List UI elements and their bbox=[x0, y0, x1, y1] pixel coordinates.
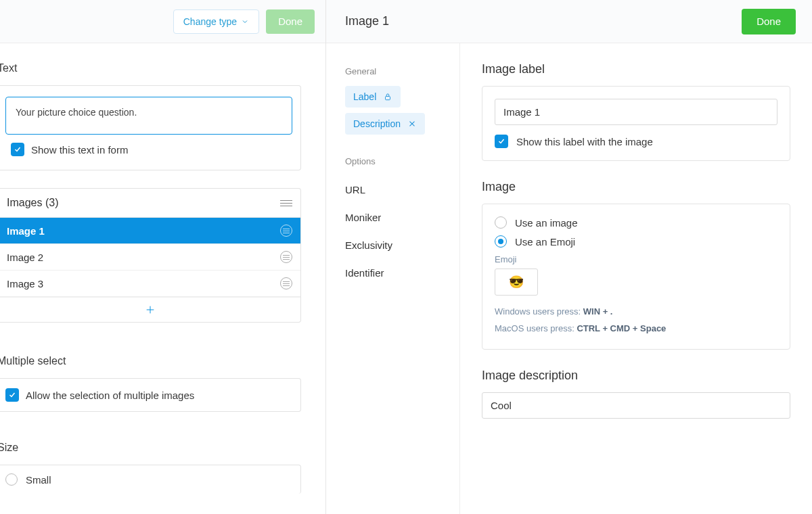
image-item-label: Image 2 bbox=[7, 252, 43, 263]
chevron-down-icon bbox=[241, 18, 249, 26]
nav-chip-description-text: Description bbox=[353, 118, 401, 129]
images-count-label: Images (3) bbox=[7, 197, 58, 209]
nav-chip-label-text: Label bbox=[353, 91, 376, 102]
check-icon bbox=[497, 137, 505, 145]
check-icon bbox=[8, 391, 16, 399]
size-small-radio[interactable] bbox=[5, 473, 18, 486]
image-label-input[interactable] bbox=[495, 99, 777, 125]
emoji-value: 😎 bbox=[509, 275, 524, 289]
plus-icon bbox=[145, 304, 156, 315]
left-header: Change type Done bbox=[0, 0, 325, 43]
svg-rect-0 bbox=[386, 96, 390, 99]
right-header: Image 1 Done bbox=[326, 0, 812, 43]
nav-chip-description[interactable]: Description bbox=[345, 113, 425, 135]
emoji-sub-label: Emoji bbox=[495, 254, 777, 264]
allow-multiple-checkbox[interactable] bbox=[5, 388, 19, 402]
change-type-label: Change type bbox=[183, 16, 237, 27]
image-list-item[interactable]: Image 1 bbox=[0, 218, 300, 244]
nav-chip-label[interactable]: Label bbox=[345, 86, 401, 108]
nav-item-exclusivity[interactable]: Exclusivity bbox=[345, 231, 449, 259]
image-list-item[interactable]: Image 3 bbox=[0, 271, 300, 297]
image-section-title: Image bbox=[482, 180, 790, 194]
show-text-label: Show this text in form bbox=[31, 144, 128, 156]
images-list-header: Images (3) bbox=[0, 189, 300, 218]
reorder-icon[interactable] bbox=[280, 200, 292, 206]
lock-icon bbox=[383, 92, 392, 101]
nav-item-identifier[interactable]: Identifier bbox=[345, 259, 449, 287]
allow-multiple-label: Allow the selection of multiple images bbox=[26, 390, 194, 401]
nav-group-options: Options bbox=[345, 156, 449, 166]
emoji-input[interactable]: 😎 bbox=[495, 268, 538, 296]
image-item-label: Image 1 bbox=[7, 225, 45, 237]
image-list-item[interactable]: Image 2 bbox=[0, 244, 300, 271]
use-image-label: Use an image bbox=[515, 217, 578, 229]
image-block: Use an image Use an Emoji Emoji 😎 Window… bbox=[482, 204, 790, 350]
question-text-input[interactable]: Your picture choice question. bbox=[5, 97, 292, 135]
image-label-title: Image label bbox=[482, 62, 790, 76]
done-button-right[interactable]: Done bbox=[742, 9, 796, 34]
image-item-label: Image 3 bbox=[7, 278, 43, 289]
size-small-label: Small bbox=[26, 474, 51, 486]
done-button-left[interactable]: Done bbox=[266, 9, 315, 34]
main-editor: Image label Show this label with the ima… bbox=[460, 43, 812, 514]
use-image-radio[interactable] bbox=[495, 216, 507, 229]
add-image-button[interactable] bbox=[0, 297, 300, 322]
text-section-title: Text bbox=[0, 43, 325, 83]
emoji-hint-macos: MacOS users press: CTRL + CMD + Space bbox=[495, 321, 777, 337]
show-text-checkbox[interactable] bbox=[11, 143, 24, 156]
image-description-input[interactable] bbox=[482, 392, 790, 419]
close-icon bbox=[407, 119, 417, 128]
question-text-value: Your picture choice question. bbox=[16, 107, 137, 118]
nav-item-url[interactable]: URL bbox=[345, 176, 449, 204]
change-type-button[interactable]: Change type bbox=[173, 9, 259, 34]
page-title: Image 1 bbox=[345, 14, 389, 28]
size-section-title: Size bbox=[0, 423, 325, 462]
show-label-text: Show this label with the image bbox=[516, 136, 653, 147]
side-nav: General Label Description bbox=[326, 43, 460, 514]
right-panel: Image 1 Done General Label Description bbox=[326, 0, 812, 514]
drag-handle-icon[interactable] bbox=[280, 277, 292, 289]
show-label-checkbox[interactable] bbox=[495, 135, 508, 148]
drag-handle-icon[interactable] bbox=[280, 251, 292, 263]
image-description-title: Image description bbox=[482, 369, 790, 383]
use-emoji-label: Use an Emoji bbox=[515, 236, 575, 248]
image-label-block: Show this label with the image bbox=[482, 86, 790, 161]
left-panel: Change type Done Text Your picture choic… bbox=[0, 0, 326, 514]
nav-item-moniker[interactable]: Moniker bbox=[345, 204, 449, 231]
emoji-hint-windows: Windows users press: WIN + . bbox=[495, 304, 777, 321]
nav-group-general: General bbox=[345, 66, 449, 76]
multiple-select-title: Multiple select bbox=[0, 336, 325, 375]
left-body: Text Your picture choice question. Show … bbox=[0, 43, 325, 514]
check-icon bbox=[14, 145, 22, 154]
use-emoji-radio[interactable] bbox=[495, 235, 507, 248]
drag-handle-icon[interactable] bbox=[280, 225, 292, 237]
